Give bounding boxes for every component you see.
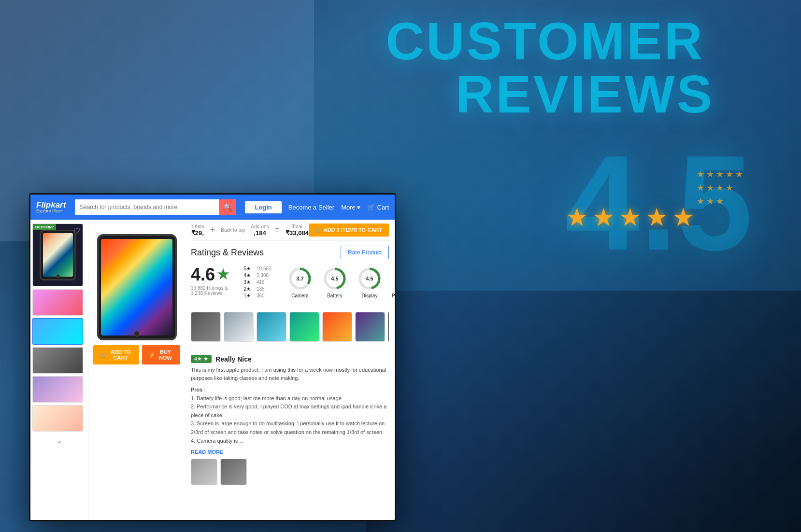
back-to-top-link[interactable]: Back to top bbox=[221, 227, 245, 233]
addons-value: ,184 bbox=[251, 229, 269, 237]
thumbnail-4[interactable] bbox=[32, 347, 83, 374]
background-laptop bbox=[366, 291, 801, 532]
cart-info: 1 Item ₹29, + Back to top Add-ons ,184 =… bbox=[191, 224, 309, 237]
search-button[interactable]: 🔍 bbox=[219, 199, 236, 215]
total-value: ₹33,084 bbox=[286, 229, 309, 237]
equals-sign: = bbox=[275, 225, 280, 235]
review-image-2[interactable] bbox=[224, 312, 254, 342]
review-body: This is my first apple product. I am usi… bbox=[191, 366, 389, 382]
performance-label: Performance bbox=[392, 293, 395, 298]
section-ratings-reviews: Ratings & Reviews Rate Product bbox=[191, 246, 389, 259]
battery-label: Battery bbox=[327, 293, 343, 298]
rate-product-button[interactable]: Rate Product bbox=[341, 246, 389, 259]
bg-reviews-text: REVIEWS bbox=[456, 68, 714, 121]
addons-item: Add-ons ,184 bbox=[251, 224, 269, 237]
review-user-photos bbox=[191, 459, 389, 485]
bar-count-5: 10,563 bbox=[257, 266, 276, 271]
review-title: Really Nice bbox=[215, 355, 252, 363]
ratings-summary: 4.6 ★ 13,882 Ratings & 1,238 Reviews 5★ … bbox=[191, 266, 389, 305]
read-more-link[interactable]: READ MORE bbox=[191, 449, 389, 455]
total-item: Total ₹33,084 bbox=[286, 224, 309, 237]
cat-display: 4.5 Display bbox=[357, 266, 382, 298]
review-image-3[interactable] bbox=[257, 312, 286, 342]
review-pros: Pros : 1. Battery life is good; last me … bbox=[191, 386, 389, 445]
cat-performance: 4.6 Performance bbox=[392, 266, 395, 298]
review-images: + 519 bbox=[191, 312, 389, 342]
product-image-area: 🛒 ADD TO CART ⚡ BUY NOW bbox=[88, 220, 185, 520]
wishlist-icon[interactable]: ♡ bbox=[73, 226, 80, 236]
pros-line-1: 1. Battery life is good; last me more th… bbox=[191, 395, 342, 401]
chevron-down-icon[interactable]: ⌄ bbox=[32, 434, 86, 447]
display-label: Display bbox=[362, 293, 378, 298]
search-box: 🔍 bbox=[75, 199, 236, 215]
bg-star-5: ★ bbox=[672, 203, 695, 232]
cart-link[interactable]: 🛒 Cart bbox=[367, 204, 389, 211]
logo-subtitle: Explore Plus+ bbox=[36, 209, 70, 213]
review-rating-badge: 4★ ★ bbox=[191, 355, 212, 363]
flipkart-header: Flipkart Explore Plus+ 🔍 Login Become a … bbox=[30, 195, 395, 220]
category-ratings: 3.7 Camera 4.5 Battery bbox=[287, 266, 395, 298]
search-input[interactable] bbox=[75, 204, 219, 210]
ipad-screen-small bbox=[43, 233, 73, 277]
bar-row-4: 4★ 2,308 bbox=[241, 273, 276, 278]
add-3-items-button[interactable]: 🛒 ADD 3 ITEMS TO CART bbox=[309, 224, 389, 237]
overall-rating: 4.6 ★ 13,882 Ratings & 1,238 Reviews bbox=[191, 266, 229, 305]
pros-line-3: 3. Screen is large enough to do multitas… bbox=[191, 420, 385, 435]
add-to-cart-button[interactable]: 🛒 ADD TO CART bbox=[93, 345, 139, 364]
bar-row-2: 2★ 135 bbox=[241, 286, 276, 292]
bg-stars: ★ ★ ★ ★ ★ bbox=[566, 203, 695, 232]
main-area: Bestseller ♡ ⌄ bbox=[30, 220, 395, 520]
rating-number: 4.6 ★ bbox=[191, 266, 229, 283]
item-value: ₹29, bbox=[191, 229, 204, 237]
login-button[interactable]: Login bbox=[245, 201, 281, 213]
battery-donut-chart: 4.5 bbox=[322, 266, 347, 291]
review-image-4[interactable] bbox=[289, 312, 319, 342]
review-image-1[interactable] bbox=[191, 312, 221, 342]
nav: Login Become a Seller More ▾ 🛒 Cart bbox=[245, 201, 389, 213]
cart-item-count: 1 Item ₹29, bbox=[191, 224, 204, 237]
review-photo-2[interactable] bbox=[220, 459, 247, 485]
bar-label-1: 1★ bbox=[241, 293, 251, 298]
bg-star-3: ★ bbox=[619, 203, 642, 232]
rating-bars: 5★ 10,563 4★ 2,308 3★ bbox=[241, 266, 276, 305]
thumbnail-5[interactable] bbox=[32, 376, 83, 403]
bg-customer-text: CUSTOMER bbox=[386, 14, 704, 68]
thumbnail-2[interactable] bbox=[32, 289, 83, 316]
performance-donut-chart: 4.6 bbox=[393, 266, 395, 291]
bg-star-4: ★ bbox=[645, 203, 668, 232]
become-seller-link[interactable]: Become a Seller bbox=[288, 204, 334, 211]
pros-header: Pros : bbox=[191, 387, 206, 392]
cat-battery: 4.5 Battery bbox=[322, 266, 347, 298]
action-buttons: 🛒 ADD TO CART ⚡ BUY NOW bbox=[93, 345, 180, 364]
bar-count-1: 360 bbox=[257, 293, 276, 298]
pros-line-4: 4. Camera quality is ... bbox=[191, 438, 243, 444]
thumbnail-3[interactable] bbox=[32, 318, 83, 345]
total-label: Total bbox=[286, 224, 309, 229]
display-donut-chart: 4.5 bbox=[357, 266, 382, 291]
review-photo-1[interactable] bbox=[191, 459, 217, 485]
product-thumbnail-sidebar: Bestseller ♡ ⌄ bbox=[30, 220, 88, 520]
back-to-top[interactable]: Back to top bbox=[221, 227, 245, 233]
main-thumbnail[interactable]: Bestseller ♡ bbox=[32, 224, 83, 286]
review-image-6[interactable] bbox=[355, 312, 385, 342]
bar-row-5: 5★ 10,563 bbox=[241, 266, 276, 271]
review-item: 4★ ★ Really Nice This is my first apple … bbox=[191, 349, 389, 485]
rating-count: 13,882 Ratings & 1,238 Reviews bbox=[191, 285, 229, 296]
review-header: 4★ ★ Really Nice bbox=[191, 355, 389, 363]
bg-star-2: ★ bbox=[592, 203, 615, 232]
review-image-5[interactable] bbox=[322, 312, 352, 342]
camera-label: Camera bbox=[291, 293, 309, 298]
pros-line-2: 2. Performance is very good; I played CO… bbox=[191, 404, 386, 418]
browser-window: Flipkart Explore Plus+ 🔍 Login Become a … bbox=[29, 193, 396, 521]
thumbnail-6[interactable] bbox=[32, 405, 83, 432]
rating-star-icon: ★ bbox=[217, 268, 229, 281]
buy-now-button[interactable]: ⚡ BUY NOW bbox=[142, 345, 180, 364]
item-label: 1 Item bbox=[191, 224, 204, 229]
flipkart-logo: Flipkart Explore Plus+ bbox=[36, 201, 70, 213]
bar-row-1: 1★ 360 bbox=[241, 293, 276, 298]
review-images-more[interactable]: + 519 bbox=[388, 312, 389, 342]
bar-count-3: 416 bbox=[257, 280, 276, 285]
more-menu[interactable]: More ▾ bbox=[341, 204, 360, 211]
plus-sign: + bbox=[210, 225, 215, 235]
bg-small-stars: ★★★★★ ★★★★ ★★★ bbox=[697, 169, 743, 210]
